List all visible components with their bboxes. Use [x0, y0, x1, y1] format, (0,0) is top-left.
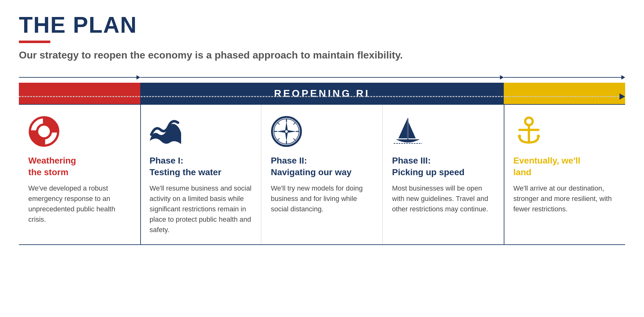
svg-point-1: [37, 125, 51, 138]
phase-title-weathering: Weathering the storm: [28, 155, 131, 178]
svg-marker-22: [408, 122, 416, 138]
phase-col-1: Phase I: Testing the water We'll resume …: [140, 105, 262, 244]
arrow-yellow: [504, 75, 625, 80]
svg-point-25: [525, 118, 533, 125]
phase-col-3: Phase III: Picking up speed Most busines…: [383, 105, 504, 244]
content-area: Weathering the storm We've developed a r…: [19, 104, 625, 245]
phase-desc-2: We'll try new models for doing business …: [271, 183, 373, 214]
phase-title-eventually: Eventually, we'll land: [513, 155, 616, 178]
timeline: REOPENING RI: [19, 74, 625, 245]
compass-icon: [271, 114, 373, 149]
red-underline-decoration: [19, 41, 50, 43]
lifebuoy-icon: [28, 114, 131, 149]
dashed-arrowhead: [619, 93, 625, 100]
phase-col-weathering: Weathering the storm We've developed a r…: [19, 105, 140, 244]
arrow-blue: [140, 75, 504, 80]
separator-3: [504, 105, 504, 244]
svg-line-14: [293, 122, 296, 125]
phase-col-eventually: Eventually, we'll land We'll arrive at o…: [504, 105, 625, 244]
anchor-icon: [513, 114, 616, 149]
top-arrows: [19, 74, 625, 81]
dashed-line: [19, 96, 619, 97]
svg-marker-21: [398, 119, 407, 138]
phase-desc-eventually: We'll arrive at our destination, stronge…: [513, 183, 616, 214]
svg-line-13: [293, 138, 296, 141]
svg-point-29: [537, 135, 540, 138]
dashed-line-row: [19, 93, 625, 100]
phase-desc-3: Most businesses will be open with new gu…: [392, 183, 495, 214]
phase-title-3: Phase III: Picking up speed: [392, 155, 495, 178]
subtitle: Our strategy to reopen the economy is a …: [19, 49, 625, 61]
phase-desc-1: We'll resume business and social activit…: [150, 183, 252, 235]
phase-title-2: Phase II: Navigating our way: [271, 155, 373, 178]
sailboat-icon: [392, 114, 495, 149]
svg-point-28: [518, 135, 521, 138]
wave-icon: [150, 114, 252, 149]
svg-line-15: [277, 138, 280, 141]
phase-title-1: Phase I: Testing the water: [150, 155, 252, 178]
separator-1: [140, 105, 141, 244]
phase-col-2: Phase II: Navigating our way We'll try n…: [261, 105, 383, 244]
arrow-red: [19, 75, 140, 80]
svg-line-12: [277, 122, 280, 125]
svg-point-20: [285, 130, 288, 133]
phase-desc-weathering: We've developed a robust emergency respo…: [28, 183, 131, 225]
page-title: THE PLAN: [19, 13, 625, 37]
